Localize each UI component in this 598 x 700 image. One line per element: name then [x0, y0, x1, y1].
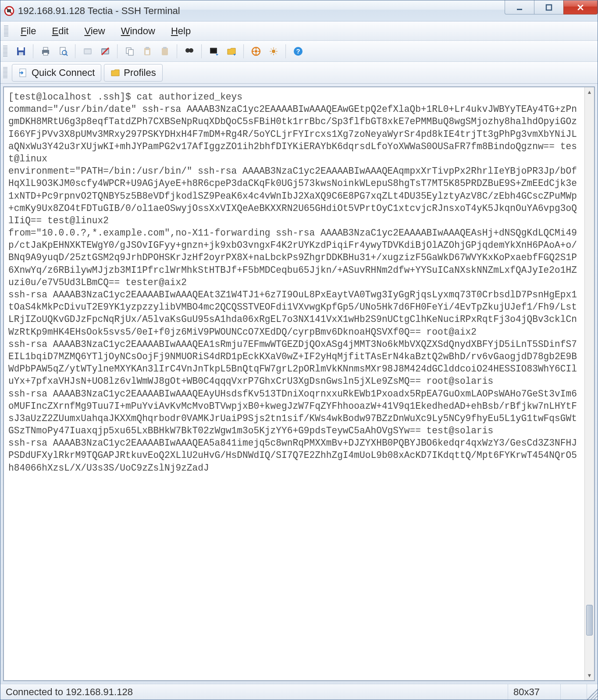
svg-rect-3 [517, 9, 522, 10]
svg-rect-28 [187, 50, 192, 51]
svg-point-32 [255, 50, 257, 53]
svg-rect-24 [162, 48, 168, 55]
tunneling-button[interactable] [248, 43, 264, 59]
svg-rect-15 [85, 50, 91, 54]
menu-window[interactable]: Window [113, 24, 163, 39]
terminal-window-button[interactable] [206, 43, 222, 59]
status-dimensions: 80x37 [508, 684, 561, 700]
scroll-down-arrow[interactable]: ▼ [585, 671, 594, 680]
menu-file[interactable]: File [13, 24, 44, 39]
svg-rect-9 [43, 47, 48, 50]
svg-rect-30 [211, 49, 216, 53]
statusbar: Connected to 192.168.91.128 80x37 [0, 684, 598, 700]
terminal-output[interactable]: [test@localhost .ssh]$ cat authorized_ke… [4, 87, 584, 680]
help-button[interactable]: ? [290, 43, 306, 59]
menu-help[interactable]: Help [163, 24, 199, 39]
svg-rect-22 [146, 47, 149, 49]
scroll-up-arrow[interactable]: ▲ [585, 87, 594, 97]
quickbar: Quick Connect Profiles [0, 62, 598, 84]
status-extra [561, 684, 587, 700]
svg-rect-6 [18, 47, 24, 50]
svg-rect-25 [163, 47, 167, 49]
quickbar-grip[interactable] [3, 67, 7, 79]
app-icon [4, 6, 14, 16]
scrollbar[interactable]: ▲ ▼ [584, 87, 594, 680]
settings-button[interactable] [265, 43, 282, 59]
svg-rect-20 [128, 50, 133, 55]
minimize-button[interactable] [505, 0, 534, 14]
svg-line-13 [66, 54, 68, 56]
save-button[interactable] [13, 43, 29, 59]
scroll-thumb[interactable] [586, 605, 593, 636]
close-button[interactable] [563, 0, 598, 14]
svg-rect-7 [19, 52, 23, 55]
disconnect-button[interactable] [97, 43, 114, 59]
copy-button[interactable] [121, 43, 138, 59]
paste-button[interactable] [139, 43, 156, 59]
print-preview-button[interactable] [55, 43, 71, 59]
svg-rect-10 [43, 53, 48, 55]
svg-rect-23 [146, 50, 149, 54]
maximize-button[interactable] [534, 0, 564, 14]
resize-grip[interactable] [587, 689, 598, 700]
paste-selection-button[interactable] [157, 43, 173, 59]
window-title: 192.168.91.128 Tectia - SSH Terminal [18, 5, 505, 17]
menu-edit[interactable]: Edit [44, 24, 76, 39]
menu-view[interactable]: View [76, 24, 113, 39]
svg-point-33 [272, 50, 275, 53]
status-connection: Connected to 192.168.91.128 [0, 684, 508, 700]
svg-rect-2 [7, 9, 11, 12]
svg-text:?: ? [296, 47, 300, 55]
quick-connect-button[interactable]: Quick Connect [12, 64, 101, 82]
terminal-area: [test@localhost .ssh]$ cat authorized_ke… [3, 86, 595, 681]
profiles-label: Profiles [124, 67, 156, 79]
quick-connect-label: Quick Connect [32, 67, 95, 79]
toolbar-grip[interactable] [3, 46, 7, 57]
find-button[interactable] [181, 43, 198, 59]
sftp-folder-button[interactable] [223, 43, 240, 59]
toolbar: ? [0, 41, 598, 62]
titlebar: 192.168.91.128 Tectia - SSH Terminal [0, 0, 598, 21]
print-button[interactable] [37, 43, 54, 59]
menubar-grip[interactable] [4, 25, 8, 37]
svg-rect-4 [546, 5, 552, 10]
menubar: File Edit View Window Help [0, 21, 598, 41]
profiles-button[interactable]: Profiles [104, 64, 162, 82]
new-terminal-button[interactable] [79, 43, 96, 59]
